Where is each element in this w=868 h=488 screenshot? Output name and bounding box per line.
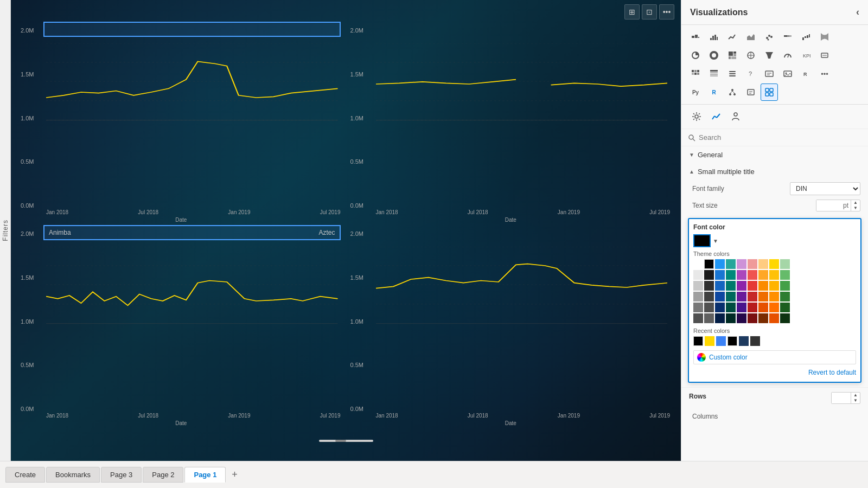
tc-orange2[interactable] — [758, 270, 768, 280]
viz-fields-icon[interactable] — [727, 108, 744, 125]
custom-color-button[interactable]: Custom color — [693, 350, 856, 364]
tc-green3[interactable] — [780, 281, 790, 291]
tab-bookmarks[interactable]: Bookmarks — [46, 467, 100, 483]
tc-nearblack1[interactable] — [704, 270, 714, 280]
collapse-panel-icon[interactable]: ‹ — [856, 7, 859, 18]
revert-default-link[interactable]: Revert to default — [693, 368, 856, 377]
viz-icon-py[interactable]: Py — [687, 84, 704, 101]
rc-black2[interactable] — [727, 336, 737, 346]
viz-icon-line[interactable] — [724, 28, 741, 46]
tc-gray1[interactable] — [693, 292, 703, 301]
viz-icon-donut[interactable] — [705, 47, 723, 64]
rc-yellow[interactable] — [705, 336, 714, 346]
tc-green2[interactable] — [780, 270, 790, 280]
tc-purple6[interactable] — [737, 313, 746, 323]
add-page-button[interactable]: + — [227, 467, 242, 483]
tc-red2[interactable] — [748, 270, 757, 280]
tc-lightgray2[interactable] — [693, 281, 703, 291]
viz-icon-ribbon[interactable] — [816, 28, 833, 46]
rc-blue[interactable] — [716, 336, 726, 346]
viz-icon-textbox[interactable] — [761, 65, 778, 82]
tc-orange3[interactable] — [758, 281, 768, 291]
viz-icon-image[interactable] — [779, 65, 796, 82]
tc-blue3[interactable] — [715, 281, 725, 291]
tc-red6[interactable] — [748, 313, 757, 323]
focus-icon-btn[interactable]: ⊡ — [642, 4, 657, 20]
viz-icon-100bar[interactable] — [779, 28, 796, 46]
text-size-value[interactable]: 12 — [816, 200, 841, 211]
viz-icon-waterfall[interactable] — [797, 28, 815, 46]
tc-blue5[interactable] — [715, 303, 725, 312]
tc-yellow2[interactable] — [769, 270, 779, 280]
text-size-spinner[interactable]: 12 pt ▲ ▼ — [816, 200, 860, 211]
tc-white[interactable] — [693, 259, 703, 269]
viz-icon-qna[interactable]: ? — [742, 65, 760, 82]
tc-nearblack2[interactable] — [704, 281, 714, 291]
text-size-down[interactable]: ▼ — [851, 206, 860, 211]
viz-icon-table[interactable] — [705, 65, 723, 82]
tc-yellow5[interactable] — [769, 303, 779, 312]
viz-icon-small-multiples[interactable] — [761, 84, 778, 101]
viz-icon-decomp[interactable] — [724, 84, 741, 101]
tc-red1[interactable] — [748, 259, 757, 269]
tc-yellow3[interactable] — [769, 281, 779, 291]
tc-green6[interactable] — [780, 313, 790, 323]
viz-icon-stacked-bar[interactable] — [687, 28, 704, 46]
small-multiple-title-section[interactable]: ▲ Small multiple title — [681, 163, 868, 180]
viz-icon-narrative[interactable] — [742, 84, 760, 101]
viz-icon-slicer[interactable] — [724, 65, 741, 82]
rows-up[interactable]: ▲ — [851, 393, 860, 398]
general-section[interactable]: ▼ General — [681, 146, 868, 163]
rows-spinner[interactable]: 2 ▲ ▼ — [831, 392, 860, 404]
tc-purple1[interactable] — [737, 259, 746, 269]
tc-nearblack5[interactable] — [704, 313, 714, 323]
viz-icon-card[interactable] — [816, 47, 833, 64]
tc-red5[interactable] — [748, 303, 757, 312]
viz-icon-funnel[interactable] — [761, 47, 778, 64]
viz-analytics-icon[interactable] — [707, 108, 725, 125]
tab-page1[interactable]: Page 1 — [184, 467, 226, 483]
tc-green4[interactable] — [780, 292, 790, 301]
tc-blue1[interactable] — [715, 259, 725, 269]
viz-icon-kpi[interactable]: KPI — [797, 47, 815, 64]
current-color-swatch[interactable] — [693, 234, 711, 247]
search-input[interactable] — [699, 133, 861, 142]
tc-orange1[interactable] — [758, 259, 768, 269]
scroll-indicator[interactable] — [319, 440, 373, 442]
viz-icon-gauge[interactable] — [779, 47, 796, 64]
tc-yellow4[interactable] — [769, 292, 779, 301]
tab-page3[interactable]: Page 3 — [101, 467, 142, 483]
tc-nearblack4[interactable] — [704, 303, 714, 312]
tc-teal5[interactable] — [726, 303, 736, 312]
viz-icon-matrix[interactable] — [687, 65, 704, 82]
viz-icon-r-script[interactable]: R — [797, 65, 815, 82]
tab-create[interactable]: Create — [5, 467, 45, 483]
viz-icon-bar[interactable] — [705, 28, 723, 46]
tc-purple2[interactable] — [737, 270, 746, 280]
tc-orange4[interactable] — [758, 292, 768, 301]
tc-yellow6[interactable] — [769, 313, 779, 323]
tc-red3[interactable] — [748, 281, 757, 291]
tc-teal1[interactable] — [726, 259, 736, 269]
rc-darkgray[interactable] — [750, 336, 760, 346]
tab-page2[interactable]: Page 2 — [143, 467, 183, 483]
rows-arrows[interactable]: ▲ ▼ — [851, 393, 860, 403]
tc-green1[interactable] — [780, 259, 790, 269]
filter-icon-btn[interactable]: ⊞ — [624, 4, 640, 20]
viz-icon-pie[interactable] — [687, 47, 704, 64]
tc-orange6[interactable] — [758, 313, 768, 323]
tc-lightgray1[interactable] — [693, 270, 703, 280]
tc-yellow1[interactable] — [769, 259, 779, 269]
tc-teal4[interactable] — [726, 292, 736, 301]
viz-icon-map[interactable] — [742, 47, 760, 64]
rc-darkblue[interactable] — [739, 336, 749, 346]
tc-gray2[interactable] — [693, 303, 703, 312]
rc-black[interactable] — [693, 336, 703, 346]
tc-purple4[interactable] — [737, 292, 746, 301]
viz-format-icon[interactable] — [688, 108, 705, 125]
tc-blue6[interactable] — [715, 313, 725, 323]
tc-darkgray[interactable] — [693, 313, 703, 323]
tc-teal2[interactable] — [726, 270, 736, 280]
viz-icon-more[interactable]: ••• — [816, 65, 833, 82]
tc-nearblack3[interactable] — [704, 292, 714, 301]
